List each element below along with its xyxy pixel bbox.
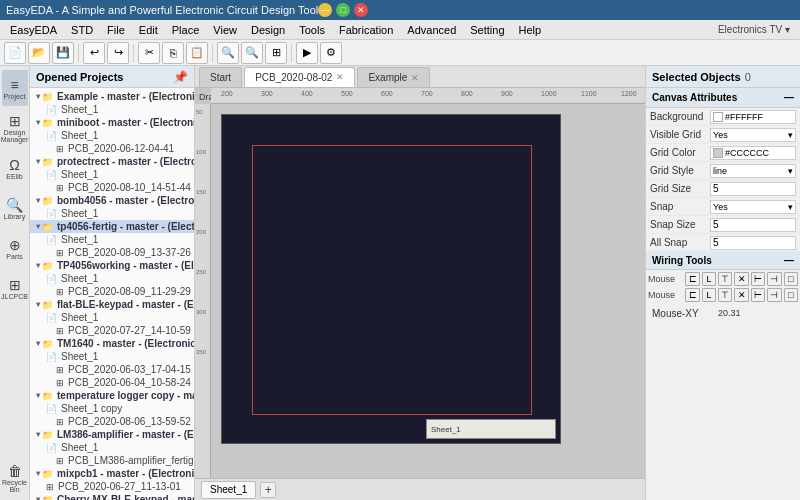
sidebar-item-design-manager[interactable]: ⊞ DesignManager (2, 110, 28, 146)
menu-easyeda[interactable]: EasyEDA (4, 22, 63, 38)
settings-button[interactable]: ⚙ (320, 42, 342, 64)
wiring-tools-collapse-icon[interactable]: — (784, 255, 794, 266)
tree-item-28[interactable]: ⊞PCB_LM386-amplifier_fertig (30, 454, 194, 467)
prop-value-all-snap[interactable]: 5 (710, 236, 796, 250)
sidebar-item-library[interactable]: 🔍 Library (2, 190, 28, 226)
tree-item-2[interactable]: ▾📁miniboot - master - (Electronics TV) (30, 116, 194, 129)
prop-value-background[interactable]: #FFFFFF (710, 110, 796, 124)
menu-edit[interactable]: Edit (133, 22, 164, 38)
tree-item-0[interactable]: ▾📁Example - master - (Electronics TV) (30, 90, 194, 103)
wt-btn-1-4[interactable]: ✕ (734, 272, 748, 286)
add-sheet-button[interactable]: + (260, 482, 276, 498)
menu-tools[interactable]: Tools (293, 22, 331, 38)
copy-button[interactable]: ⎘ (162, 42, 184, 64)
cut-button[interactable]: ✂ (138, 42, 160, 64)
tree-item-31[interactable]: ▾📁Cherry-MX-BLE-keypad - master - (Ele) (30, 493, 194, 500)
tree-item-16[interactable]: ▾📁flat-BLE-keypad - master - (Electronic (30, 298, 194, 311)
new-button[interactable]: 📄 (4, 42, 26, 64)
wt-btn-2-7[interactable]: □ (784, 288, 798, 302)
menu-setting[interactable]: Setting (464, 22, 510, 38)
menu-file[interactable]: File (101, 22, 131, 38)
prop-select-visible-grid[interactable]: Yes ▾ (710, 128, 796, 142)
menu-view[interactable]: View (207, 22, 243, 38)
tree-item-14[interactable]: 📄Sheet_1 (30, 272, 194, 285)
wt-btn-2-5[interactable]: ⊢ (751, 288, 765, 302)
tree-item-29[interactable]: ▾📁mixpcb1 - master - (Electronics TV) (30, 467, 194, 480)
sidebar-item-project[interactable]: ≡ Project (2, 70, 28, 106)
tree-item-27[interactable]: 📄Sheet_1 (30, 441, 194, 454)
tree-item-26[interactable]: ▾📁LM386-amplifier - master - (Electronic… (30, 428, 194, 441)
wt-btn-2-6[interactable]: ⊣ (767, 288, 781, 302)
sheet-tab[interactable]: Sheet_1 (201, 481, 256, 499)
tree-item-11[interactable]: 📄Sheet_1 (30, 233, 194, 246)
paste-button[interactable]: 📋 (186, 42, 208, 64)
zoom-out-button[interactable]: 🔍 (241, 42, 263, 64)
menu-fabrication[interactable]: Fabrication (333, 22, 399, 38)
tree-item-17[interactable]: 📄Sheet_1 (30, 311, 194, 324)
tree-item-9[interactable]: 📄Sheet_1 (30, 207, 194, 220)
tab-example-close[interactable]: ✕ (411, 73, 419, 83)
maximize-button[interactable]: □ (336, 3, 350, 17)
undo-button[interactable]: ↩ (83, 42, 105, 64)
tab-pcb[interactable]: PCB_2020-08-02 ✕ (244, 67, 355, 87)
tree-item-30[interactable]: ⊞PCB_2020-06-27_11-13-01 (30, 480, 194, 493)
tree-item-8[interactable]: ▾📁bomb4056 - master - (Electronics TV) (30, 194, 194, 207)
minimize-button[interactable]: — (318, 3, 332, 17)
save-button[interactable]: 💾 (52, 42, 74, 64)
zoom-fit-button[interactable]: ⊞ (265, 42, 287, 64)
tree-item-10[interactable]: ▾📁tp4056-fertig - master - (Electronics … (30, 220, 194, 233)
tab-example[interactable]: Example ✕ (357, 67, 430, 87)
menu-std[interactable]: STD (65, 22, 99, 38)
tree-item-5[interactable]: ▾📁protectrect - master - (Electronics TV… (30, 155, 194, 168)
wt-btn-2-2[interactable]: L (702, 288, 716, 302)
grid-color-swatch[interactable] (713, 148, 723, 158)
canvas-area[interactable]: Sheet_1 (211, 104, 645, 478)
sidebar-item-eelib[interactable]: Ω EElib (2, 150, 28, 186)
canvas-attributes-header[interactable]: Canvas Attributes — (646, 88, 800, 108)
tree-item-19[interactable]: ▾📁TM1640 - master - (Electronics TV) (30, 337, 194, 350)
tree-item-20[interactable]: 📄Sheet_1 (30, 350, 194, 363)
wt-btn-1-1[interactable]: ⊏ (685, 272, 699, 286)
tree-item-22[interactable]: ⊞PCB_2020-06-04_10-58-24 (30, 376, 194, 389)
tree-item-7[interactable]: ⊞PCB_2020-08-10_14-51-44 (30, 181, 194, 194)
tree-item-12[interactable]: ⊞PCB_2020-08-09_13-37-26 (30, 246, 194, 259)
zoom-in-button[interactable]: 🔍 (217, 42, 239, 64)
close-button[interactable]: ✕ (354, 3, 368, 17)
sidebar-item-parts[interactable]: ⊕ Parts (2, 230, 28, 266)
wt-btn-2-3[interactable]: ⊤ (718, 288, 732, 302)
sidebar-item-jlcpcb[interactable]: ⊞ JLCPCB (2, 270, 28, 306)
wt-btn-1-6[interactable]: ⊣ (767, 272, 781, 286)
canvas-attributes-collapse-icon[interactable]: — (784, 92, 794, 103)
canvas-container[interactable]: Drawing Tools — □ ∼ ◻ ○ ⌒ A ⊕ ↔ ✂ ⊞ ⊕ 20… (195, 88, 645, 500)
tab-start[interactable]: Start (199, 67, 242, 87)
project-panel-pin-icon[interactable]: 📌 (173, 70, 188, 84)
tab-pcb-close[interactable]: ✕ (336, 72, 344, 82)
tree-item-18[interactable]: ⊞PCB_2020-07-27_14-10-59 (30, 324, 194, 337)
tree-item-13[interactable]: ▾📁TP4056working - master - (Electronics (30, 259, 194, 272)
sidebar-item-recycle[interactable]: 🗑 RecycleBin (2, 460, 28, 496)
prop-select-snap[interactable]: Yes ▾ (710, 200, 796, 214)
wt-btn-1-5[interactable]: ⊢ (751, 272, 765, 286)
menu-place[interactable]: Place (166, 22, 206, 38)
menu-help[interactable]: Help (513, 22, 548, 38)
redo-button[interactable]: ↪ (107, 42, 129, 64)
tree-item-21[interactable]: ⊞PCB_2020-06-03_17-04-15 (30, 363, 194, 376)
wt-btn-1-7[interactable]: □ (784, 272, 798, 286)
tree-item-23[interactable]: ▾📁temperature logger copy - master - (E) (30, 389, 194, 402)
prop-value-grid-size[interactable]: 5 (710, 182, 796, 196)
run-button[interactable]: ▶ (296, 42, 318, 64)
tree-item-6[interactable]: 📄Sheet_1 (30, 168, 194, 181)
tree-item-24[interactable]: 📄Sheet_1 copy (30, 402, 194, 415)
titlebar-controls[interactable]: — □ ✕ (318, 3, 368, 17)
tree-item-1[interactable]: 📄Sheet_1 (30, 103, 194, 116)
wt-btn-1-2[interactable]: L (702, 272, 716, 286)
background-color-swatch[interactable] (713, 112, 723, 122)
prop-value-snap-size[interactable]: 5 (710, 218, 796, 232)
tree-item-25[interactable]: ⊞PCB_2020-08-06_13-59-52 (30, 415, 194, 428)
tree-item-3[interactable]: 📄Sheet_1 (30, 129, 194, 142)
wt-btn-2-4[interactable]: ✕ (734, 288, 748, 302)
open-button[interactable]: 📂 (28, 42, 50, 64)
tree-item-15[interactable]: ⊞PCB_2020-08-09_11-29-29 (30, 285, 194, 298)
prop-value-grid-color[interactable]: #CCCCCC (710, 146, 796, 160)
prop-select-grid-style[interactable]: line ▾ (710, 164, 796, 178)
